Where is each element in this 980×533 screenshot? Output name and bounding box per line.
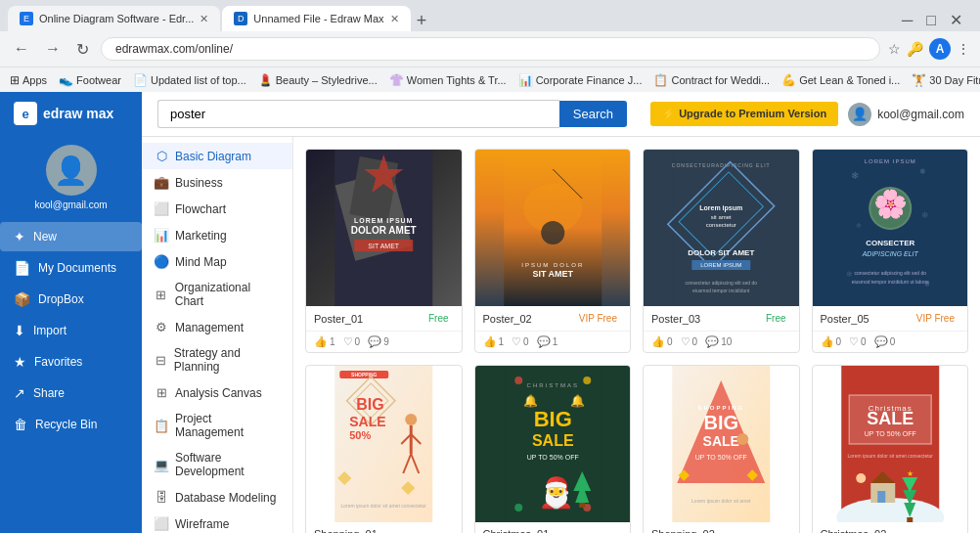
poster-info-shop1: Shopping_01 <box>306 522 462 533</box>
chrome-user-avatar[interactable]: A <box>929 38 951 60</box>
poster-card-xmas1[interactable]: CHRISTMAS 🔔 🔔 BIG SALE UP TO 50% OFF 🎅 <box>474 365 632 533</box>
svg-text:LOREM IPSUM: LOREM IPSUM <box>864 158 915 164</box>
stat-hearts-05: ♡0 <box>849 335 867 348</box>
cat-database[interactable]: 🗄 Database Modeling <box>142 484 292 511</box>
menu-button[interactable]: ⋮ <box>957 41 970 57</box>
sidebar-item-import[interactable]: ⬇ Import <box>0 316 142 345</box>
poster-thumb-03: CONSECTEURADIPISCING ELIT Lorem ipsum si… <box>644 150 799 306</box>
sidebar-item-mydocs[interactable]: 📄 My Documents <box>0 253 142 283</box>
new-tab-button[interactable]: + <box>417 11 427 31</box>
user-email: kool@gmail.com <box>34 200 107 210</box>
sidebar-item-dropbox[interactable]: 📦 DropBox <box>0 285 142 314</box>
poster-card-02[interactable]: IPSUM DOLOR SIT AMET Poster_02 VIP Free … <box>474 149 632 353</box>
upgrade-button[interactable]: ⚡ Upgrade to Premium Version <box>650 102 838 126</box>
svg-text:Lorem ipsum: Lorem ipsum <box>699 204 742 212</box>
tab-close-1[interactable]: ✕ <box>200 13 208 25</box>
cat-management[interactable]: ⚙ Management <box>142 314 292 340</box>
svg-text:ADIPISCING ELIT: ADIPISCING ELIT <box>861 250 918 257</box>
svg-text:Lorem ipsum dolor sit amet: Lorem ipsum dolor sit amet <box>691 498 751 504</box>
cat-business-label: Business <box>175 176 223 190</box>
poster-card-shop1[interactable]: SHOPPING BIG SALE 50% <box>305 365 463 533</box>
minimize-button[interactable]: ─ <box>898 10 916 31</box>
sidebar-item-favorites[interactable]: ★ Favorites <box>0 347 142 377</box>
sidebar-item-new-label: New <box>33 230 57 244</box>
cat-flowchart[interactable]: ⬜ Flowchart <box>142 196 292 222</box>
stat-hearts-02: ♡0 <box>512 335 529 348</box>
cat-analysis-label: Analysis Canvas <box>175 386 262 400</box>
close-window-button[interactable]: ✕ <box>946 9 966 31</box>
poster-thumb-02: IPSUM DOLOR SIT AMET <box>475 150 631 306</box>
search-button[interactable]: Search <box>559 101 627 127</box>
poster-name-shop1: Shopping_01 <box>314 528 378 533</box>
poster-card-05[interactable]: LOREM IPSUM ❄ ❄ ❄ ❄ ❄ ❄ <box>812 149 969 353</box>
svg-text:DOLOR AMET: DOLOR AMET <box>351 225 417 236</box>
cat-software[interactable]: 💻 Software Development <box>142 445 292 484</box>
reload-button[interactable]: ↻ <box>72 38 93 61</box>
poster-stats-05: 👍0 ♡0 💬0 <box>813 331 968 352</box>
svg-text:Lorem ipsum dolor sit amet con: Lorem ipsum dolor sit amet consectetur <box>340 503 426 509</box>
cat-mindmap[interactable]: 🔵 Mind Map <box>142 248 292 275</box>
address-bar[interactable]: edrawmax.com/online/ <box>101 37 880 61</box>
app: e edraw max 👤 kool@gmail.com ✦ New 📄 My … <box>0 92 980 533</box>
poster-card-shop2[interactable]: SHOPPING BIG SALE UP TO 50% OFF Lorem ip… <box>643 365 800 533</box>
bookmark-updated[interactable]: 📄Updated list of top... <box>133 73 246 87</box>
back-button[interactable]: ← <box>10 38 33 60</box>
sidebar-item-new[interactable]: ✦ New <box>0 222 142 251</box>
cat-marketing-icon: 📊 <box>154 228 169 243</box>
top-bar: Search ⚡ Upgrade to Premium Version 👤 ko… <box>142 92 980 137</box>
key-button[interactable]: 🔑 <box>907 41 923 57</box>
poster-stats-03: 👍0 ♡0 💬10 <box>644 331 799 352</box>
cat-mindmap-icon: 🔵 <box>154 254 169 269</box>
svg-text:consectetur adipiscing elit se: consectetur adipiscing elit sed do <box>854 270 926 276</box>
cat-marketing[interactable]: 📊 Marketing <box>142 222 292 248</box>
bookmarks-bar: ⊞Apps 👟Footwear 📄Updated list of top... … <box>0 67 980 92</box>
search-input[interactable] <box>157 100 559 128</box>
cat-orgchart[interactable]: ⊞ Organizational Chart <box>142 275 292 314</box>
maximize-button[interactable]: □ <box>922 10 940 31</box>
cat-wireframe[interactable]: ⬜ Wireframe <box>142 511 292 533</box>
svg-text:SHOPPING: SHOPPING <box>351 372 378 378</box>
svg-text:❄: ❄ <box>921 210 929 220</box>
cat-basic-diagram[interactable]: ⬡ Basic Diagram <box>142 143 292 169</box>
bookmark-beauty[interactable]: 💄Beauty – Styledrive... <box>258 73 378 87</box>
tab-close-2[interactable]: ✕ <box>390 13 399 25</box>
poster-card-xmas2[interactable]: ★ Christmas SALE UP TO 50% OFF Lorem ips… <box>812 365 969 533</box>
bookmark-footwear[interactable]: 👟Footwear <box>59 73 121 87</box>
browser-tab-2[interactable]: D Unnamed File - Edraw Max ✕ <box>222 6 410 31</box>
bookmark-women[interactable]: 👚Women Tights & Tr... <box>389 73 507 87</box>
cat-project[interactable]: 📋 Project Management <box>142 406 292 445</box>
svg-text:DOLOR SIT AMET: DOLOR SIT AMET <box>688 248 754 257</box>
import-icon: ⬇ <box>14 323 25 338</box>
svg-text:🔔: 🔔 <box>570 393 585 408</box>
stat-comments-03: 💬10 <box>705 335 732 348</box>
user-avatar: 👤 <box>848 103 871 126</box>
svg-rect-91 <box>907 517 913 522</box>
svg-text:❄: ❄ <box>851 170 859 181</box>
cat-database-icon: 🗄 <box>154 490 169 505</box>
sidebar-item-mydocs-label: My Documents <box>38 261 116 275</box>
sidebar-item-share[interactable]: ↗ Share <box>0 378 142 408</box>
bookmark-contract[interactable]: 📋Contract for Weddi... <box>653 73 770 87</box>
category-menu: ⬡ Basic Diagram 💼 Business ⬜ Flowchart 📊… <box>142 137 293 533</box>
cat-strategy[interactable]: ⊟ Strategy and Planning <box>142 340 292 379</box>
bookmark-apps[interactable]: ⊞Apps <box>10 73 47 87</box>
bookmark-corp[interactable]: 📊Corporate Finance J... <box>518 73 643 87</box>
svg-text:★: ★ <box>906 469 913 478</box>
cat-analysis[interactable]: ⊞ Analysis Canvas <box>142 379 292 406</box>
stat-likes-05: 👍0 <box>821 335 842 348</box>
cat-business[interactable]: 💼 Business <box>142 169 292 196</box>
svg-text:sit amet: sit amet <box>711 214 732 220</box>
poster-thumb-01: LOREM IPSUM DOLOR AMET SIT AMET <box>306 150 462 306</box>
poster-card-01[interactable]: LOREM IPSUM DOLOR AMET SIT AMET Poster_0… <box>305 149 463 353</box>
bookmark-star-button[interactable]: ☆ <box>888 41 901 57</box>
svg-point-59 <box>514 377 522 384</box>
sidebar-item-recycle[interactable]: 🗑 Recycle Bin <box>0 410 142 439</box>
poster-name-01: Poster_01 <box>314 313 363 325</box>
forward-button[interactable]: → <box>41 38 65 60</box>
poster-thumb-xmas2: ★ Christmas SALE UP TO 50% OFF Lorem ips… <box>813 366 968 522</box>
poster-card-03[interactable]: CONSECTEURADIPISCING ELIT Lorem ipsum si… <box>643 149 800 353</box>
user-profile: 👤 kool@gmail.com <box>0 135 142 218</box>
bookmark-30day[interactable]: 🏋30 Day Fitness Chal... <box>912 73 980 87</box>
bookmark-lean[interactable]: 💪Get Lean & Toned i... <box>781 73 900 87</box>
browser-tab-1[interactable]: E Online Diagram Software - Edr... ✕ <box>8 6 220 31</box>
